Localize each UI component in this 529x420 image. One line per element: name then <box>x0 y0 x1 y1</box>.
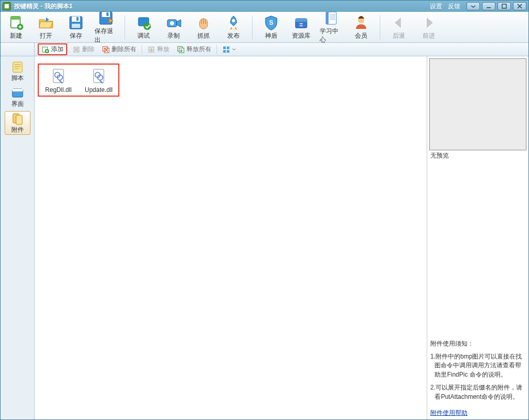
view-mode-button[interactable] <box>220 44 238 55</box>
new-button[interactable]: 新建 <box>5 14 27 40</box>
delete-icon <box>72 45 81 54</box>
feedback-link[interactable]: 反馈 <box>448 3 460 10</box>
member-button[interactable]: 会员 <box>350 14 372 40</box>
subbar-leftgap <box>1 43 35 56</box>
release-button[interactable]: 释放 <box>145 44 172 55</box>
record-button[interactable]: 录制 <box>162 14 185 40</box>
sub-toolbar-row: 添加 删除 删除所有 释放 <box>1 43 528 56</box>
save-button[interactable]: 保存 <box>65 14 87 40</box>
new-file-icon <box>8 14 24 31</box>
toolbar-sep-3 <box>380 15 380 39</box>
minimize-button[interactable] <box>482 2 495 10</box>
svg-text:S: S <box>269 19 273 26</box>
notice-item-2: 2.可以展开指定后缀名的附件，请看PutAttachment命令的说明。 <box>430 383 525 401</box>
repo-box-icon <box>293 14 309 31</box>
capture-hand-icon <box>195 14 212 31</box>
svg-rect-6 <box>72 17 80 22</box>
left-nav: 脚本 界面 附件 <box>1 56 35 419</box>
svg-point-13 <box>144 23 151 30</box>
svg-rect-32 <box>227 46 229 49</box>
forward-button[interactable]: 前进 <box>417 14 440 40</box>
notice-title: 附件使用须知： <box>430 339 525 348</box>
back-button[interactable]: 后退 <box>387 14 410 40</box>
release-all-button[interactable]: 释放所有 <box>175 44 213 55</box>
svg-rect-34 <box>227 50 229 53</box>
learn-book-icon <box>323 10 339 26</box>
file-name: Update.dll <box>85 86 113 94</box>
svg-rect-7 <box>76 17 79 21</box>
close-button[interactable] <box>513 2 526 10</box>
notice-item-1: 1.附件中的bmp图片可以直接在找图命令中调用调用方法请查看帮助里FindPic… <box>430 352 525 379</box>
titlebar-extra-button[interactable] <box>466 2 480 10</box>
open-folder-icon <box>38 14 54 31</box>
app-window: 按键精灵 - 我的脚本1 设置 反馈 新建 打开 <box>0 0 529 420</box>
sub-sep-1 <box>142 45 142 54</box>
learn-button[interactable]: 学习中心 <box>320 10 343 44</box>
save-disk-icon <box>68 14 84 31</box>
body: 脚本 界面 附件 <box>1 56 528 419</box>
file-item[interactable]: RegDll.dll <box>43 68 74 94</box>
svg-rect-35 <box>13 62 22 72</box>
preview-box <box>429 58 526 150</box>
main-toolbar: 新建 打开 保存 保存退出 调试 <box>1 12 528 43</box>
preview-label: 无预览 <box>427 151 528 162</box>
nav-script[interactable]: 脚本 <box>5 59 30 83</box>
svg-rect-11 <box>106 12 108 16</box>
svg-rect-0 <box>487 7 491 8</box>
usage-notice: 附件使用须知： 1.附件中的bmp图片可以直接在找图命令中调用调用方法请查看帮助… <box>427 339 528 409</box>
add-icon <box>41 45 50 54</box>
title-bar: 按键精灵 - 我的脚本1 设置 反馈 <box>1 1 528 12</box>
view-grid-icon <box>222 45 230 54</box>
right-panel: 无预览 附件使用须知： 1.附件中的bmp图片可以直接在找图命令中调用调用方法请… <box>427 56 528 419</box>
file-item[interactable]: Update.dll <box>83 68 114 94</box>
svg-rect-39 <box>16 115 22 125</box>
record-icon <box>165 14 182 31</box>
svg-rect-37 <box>12 89 23 91</box>
svg-rect-3 <box>11 17 20 20</box>
capture-button[interactable]: 抓抓 <box>192 14 215 40</box>
file-group-highlight: RegDll.dll Update.dll <box>38 64 119 97</box>
dll-file-icon <box>90 68 107 84</box>
publish-button[interactable]: 发布 <box>222 14 245 40</box>
attachment-help-link[interactable]: 附件使用帮助 <box>427 409 528 419</box>
toolbar-sep-1 <box>125 15 125 39</box>
open-button[interactable]: 打开 <box>35 14 57 40</box>
repo-button[interactable]: 资源库 <box>290 14 313 40</box>
app-icon <box>3 2 11 10</box>
back-arrow-icon <box>391 14 407 31</box>
nav-ui[interactable]: 界面 <box>5 85 30 109</box>
maximize-button[interactable] <box>497 2 511 10</box>
attachment-area[interactable]: RegDll.dll Update.dll <box>35 56 427 419</box>
file-name: RegDll.dll <box>45 86 71 94</box>
member-person-icon <box>353 14 369 31</box>
attachment-icon <box>11 112 24 126</box>
delete-all-icon <box>102 45 110 54</box>
svg-rect-8 <box>72 24 80 28</box>
svg-point-16 <box>232 19 235 22</box>
title-links: 设置 反馈 <box>430 2 464 11</box>
svg-rect-31 <box>223 46 226 49</box>
delete-all-button[interactable]: 删除所有 <box>100 44 138 55</box>
dll-file-icon <box>50 68 67 84</box>
sub-toolbar: 添加 删除 删除所有 释放 <box>35 43 528 56</box>
nav-attachment[interactable]: 附件 <box>5 111 30 135</box>
svg-rect-19 <box>295 19 307 22</box>
window-title: 按键精灵 - 我的脚本1 <box>14 2 430 11</box>
chevron-down-icon <box>232 48 236 52</box>
shield-button[interactable]: S 神盾 <box>260 14 283 40</box>
sub-sep-2 <box>216 45 217 54</box>
toolbar-sep-2 <box>252 15 253 39</box>
ui-window-icon <box>11 86 24 100</box>
script-icon <box>11 60 24 74</box>
add-attachment-button[interactable]: 添加 <box>38 43 67 55</box>
save-exit-button[interactable]: 保存退出 <box>95 10 117 44</box>
delete-button[interactable]: 删除 <box>70 44 97 55</box>
svg-rect-33 <box>223 50 226 53</box>
svg-rect-1 <box>502 4 506 8</box>
settings-link[interactable]: 设置 <box>430 3 442 10</box>
release-icon <box>147 45 155 54</box>
svg-rect-21 <box>326 12 329 24</box>
debug-button[interactable]: 调试 <box>132 14 155 40</box>
svg-rect-10 <box>102 12 110 17</box>
release-all-icon <box>177 45 185 54</box>
